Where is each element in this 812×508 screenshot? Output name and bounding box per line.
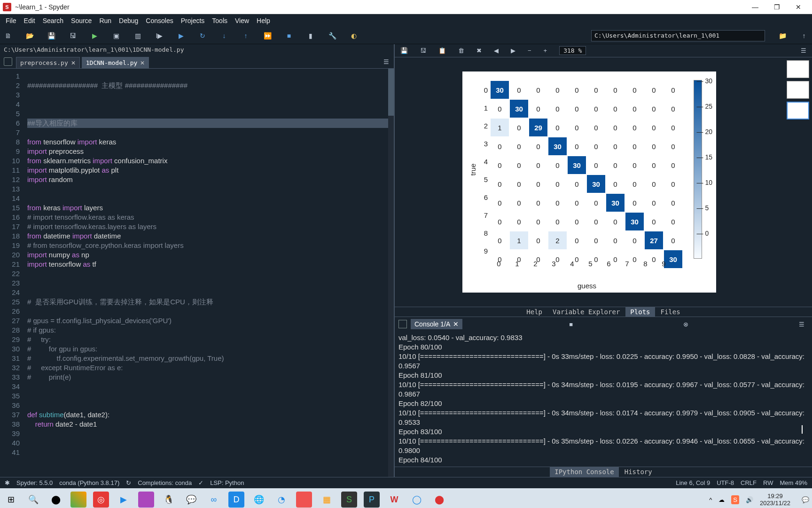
taskbar-app-10[interactable]: ◔ xyxy=(273,492,289,508)
console-tab[interactable]: Console 1/A✕ xyxy=(411,319,462,329)
prev-plot-icon[interactable]: ◀ xyxy=(494,47,499,54)
menu-source[interactable]: Source xyxy=(67,15,95,26)
new-file-icon[interactable]: 🗎 xyxy=(4,32,12,40)
taskbar-app-14[interactable]: P xyxy=(364,492,380,508)
menu-projects[interactable]: Projects xyxy=(177,15,209,26)
taskbar-app-9[interactable]: 🌐 xyxy=(251,492,267,508)
next-plot-icon[interactable]: ▶ xyxy=(511,47,515,54)
taskbar-app-4[interactable] xyxy=(138,492,154,508)
taskbar-app-13[interactable]: S xyxy=(341,492,357,508)
preferences-icon[interactable]: 🔧 xyxy=(328,32,336,40)
tray-speaker-icon[interactable]: 🔊 xyxy=(746,496,753,503)
taskbar-app-2[interactable]: ◎ xyxy=(93,492,109,508)
console-browse-icon[interactable] xyxy=(398,320,407,328)
taskbar-app-15[interactable]: W xyxy=(386,492,402,508)
plot-thumb-1[interactable] xyxy=(787,60,809,78)
plots-area: true 0123456789 300000000000300000000010… xyxy=(395,57,812,307)
close-button[interactable]: ✕ xyxy=(788,0,809,14)
stop-kernel-icon[interactable]: ■ xyxy=(565,321,577,328)
save-icon[interactable]: 💾 xyxy=(47,32,55,40)
debug-into-icon[interactable]: ↓ xyxy=(220,32,228,40)
taskbar-clock[interactable]: 19:292023/11/22 xyxy=(760,492,795,507)
zoom-in-icon[interactable]: + xyxy=(544,47,547,54)
editor-file-path: C:\Users\Administrator\learn_1\001\1DCNN… xyxy=(0,44,394,56)
tab-menu-icon[interactable]: ☰ xyxy=(383,58,389,65)
run-cell-advance-icon[interactable]: ▥ xyxy=(133,32,142,40)
taskbar-app-8[interactable]: D xyxy=(228,492,244,508)
debug-icon[interactable]: ▶ xyxy=(177,32,185,40)
search-button[interactable]: 🔍 xyxy=(25,492,41,508)
zoom-out-icon[interactable]: − xyxy=(528,47,531,54)
task-rec-icon[interactable]: ⬤ xyxy=(48,492,64,508)
debug-step-icon[interactable]: ↻ xyxy=(198,32,207,40)
editor-tab[interactable]: preprocess.py ✕ xyxy=(16,57,80,68)
working-dir-input[interactable]: C:\Users\Administrator\learn_1\001 xyxy=(591,30,765,41)
pane-tab-files[interactable]: Files xyxy=(656,307,685,317)
pane-tab-plots[interactable]: Plots xyxy=(625,307,655,317)
menu-edit[interactable]: Edit xyxy=(20,15,39,26)
interrupt-kernel-icon[interactable]: ⊗ xyxy=(679,321,692,328)
ipython-console[interactable]: val_loss: 0.0540 - val_accuracy: 0.9833 … xyxy=(395,331,812,467)
file-browser-icon[interactable] xyxy=(4,57,12,66)
menu-view[interactable]: View xyxy=(231,15,253,26)
tray-up-icon[interactable]: ^ xyxy=(709,496,712,503)
close-icon[interactable]: ✕ xyxy=(71,60,76,66)
menu-debug[interactable]: Debug xyxy=(115,15,142,26)
browse-dir-icon[interactable]: 📁 xyxy=(778,32,787,40)
minimize-button[interactable]: — xyxy=(744,0,766,14)
save-all-plots-icon[interactable]: 🖫 xyxy=(420,47,426,54)
python-path-icon[interactable]: ◐ xyxy=(350,32,358,40)
menu-file[interactable]: File xyxy=(2,15,20,26)
taskbar-app-7[interactable]: ∞ xyxy=(206,492,222,508)
tray-notification-icon[interactable]: 💬 xyxy=(802,496,809,503)
taskbar-app-12[interactable]: ▦ xyxy=(319,492,335,508)
taskbar-app-1[interactable] xyxy=(70,492,86,508)
taskbar-app-6[interactable]: 💬 xyxy=(183,492,199,508)
editor-scrollbar[interactable] xyxy=(388,69,394,477)
pane-tabs: HelpVariable ExplorerPlotsFiles xyxy=(395,307,812,317)
console-tab-history[interactable]: History xyxy=(620,467,657,477)
run-icon[interactable]: ▶ xyxy=(90,32,99,40)
debug-out-icon[interactable]: ↑ xyxy=(242,32,250,40)
close-icon[interactable]: ✕ xyxy=(453,320,459,328)
status-conda[interactable]: conda (Python 3.8.17) xyxy=(59,479,119,486)
close-icon[interactable]: ✕ xyxy=(140,60,145,66)
maximize-pane-icon[interactable]: ▮ xyxy=(306,32,315,40)
taskbar-app-3[interactable]: ▶ xyxy=(116,492,132,508)
console-options-icon[interactable]: ☰ xyxy=(795,321,808,328)
open-file-icon[interactable]: 📂 xyxy=(25,32,34,40)
run-cell-icon[interactable]: ▣ xyxy=(112,32,120,40)
debug-continue-icon[interactable]: ⏩ xyxy=(263,32,272,40)
debug-stop-icon[interactable]: ■ xyxy=(285,32,293,40)
parent-dir-icon[interactable]: ↑ xyxy=(800,32,808,40)
taskbar-app-17[interactable]: ⬤ xyxy=(431,492,447,508)
plots-options-icon[interactable]: ☰ xyxy=(801,47,806,54)
code-editor[interactable]: 1234567891011121314151617181920212223242… xyxy=(0,69,394,477)
plot-thumb-2[interactable] xyxy=(787,81,809,99)
delete-all-plots-icon[interactable]: ✖ xyxy=(476,47,482,54)
console-tab-ipython-console[interactable]: IPython Console xyxy=(550,467,618,477)
plot-thumb-3[interactable] xyxy=(787,102,809,119)
save-plot-icon[interactable]: 💾 xyxy=(400,47,408,54)
tray-ime-icon[interactable]: S xyxy=(731,495,739,504)
code-area[interactable]: ################## 主模型 ################ … xyxy=(23,69,394,477)
taskbar-app-16[interactable]: ◯ xyxy=(409,492,425,508)
tray-cloud-icon[interactable]: ☁ xyxy=(718,496,725,503)
editor-tab[interactable]: 1DCNN-model.py ✕ xyxy=(82,57,149,68)
pane-tab-help[interactable]: Help xyxy=(522,307,547,317)
start-button[interactable]: ⊞ xyxy=(3,492,19,508)
menu-tools[interactable]: Tools xyxy=(208,15,231,26)
run-selection-icon[interactable]: I▶ xyxy=(155,32,164,40)
maximize-button[interactable]: ❐ xyxy=(766,0,788,14)
taskbar-app-5[interactable]: 🐧 xyxy=(161,492,177,508)
delete-plot-icon[interactable]: 🗑 xyxy=(458,47,464,54)
menu-consoles[interactable]: Consoles xyxy=(142,15,177,26)
copy-plot-icon[interactable]: 📋 xyxy=(438,47,446,54)
pane-tab-variable-explorer[interactable]: Variable Explorer xyxy=(548,307,625,317)
status-refresh-icon[interactable]: ↻ xyxy=(126,479,131,486)
save-all-icon[interactable]: 🖫 xyxy=(69,32,77,40)
menu-search[interactable]: Search xyxy=(39,15,67,26)
taskbar-app-11[interactable] xyxy=(296,492,312,508)
menu-help[interactable]: Help xyxy=(253,15,274,26)
menu-run[interactable]: Run xyxy=(95,15,115,26)
